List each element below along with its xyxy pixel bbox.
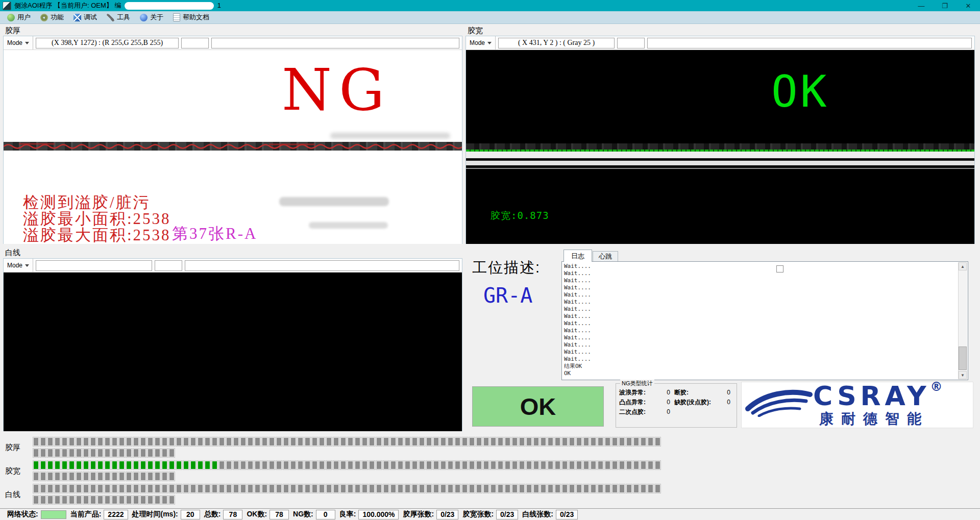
indicator-cell-state <box>98 473 103 480</box>
log-output-box[interactable]: Wait....Wait....Wait....Wait....Wait....… <box>561 261 968 380</box>
indicator-cell <box>390 437 397 447</box>
indicator-cell-state <box>477 438 481 445</box>
indicator-cell-state <box>512 438 517 445</box>
scrollbar-thumb[interactable] <box>959 346 967 370</box>
indicator-cell <box>483 460 489 470</box>
indicator-cell-state <box>205 461 210 469</box>
indicator-cell <box>633 460 640 470</box>
indicator-cell-state <box>69 449 74 457</box>
indicator-cell <box>97 472 104 481</box>
indicator-cell-state <box>262 485 267 492</box>
indicator-cell-state <box>420 461 424 469</box>
indicator-cell <box>426 437 432 447</box>
indicator-cell <box>190 484 197 493</box>
indicator-cell-state <box>448 485 453 492</box>
scroll-up-icon[interactable]: ▲ <box>959 262 967 270</box>
glue-width-image-canvas[interactable]: OK 胶宽:0.873 <box>466 50 974 244</box>
log-checkbox[interactable] <box>776 265 783 273</box>
indicator-cell-state <box>391 438 396 445</box>
indicator-cell-state <box>398 461 403 469</box>
scroll-down-icon[interactable]: ▼ <box>959 371 967 379</box>
menu-item-label: 调试 <box>84 13 97 22</box>
maximize-button[interactable]: ❐ <box>933 0 957 11</box>
indicator-cell <box>383 437 389 447</box>
indicator-cell <box>490 484 497 493</box>
indicator-cell-state <box>520 461 524 469</box>
menu-item-debug[interactable]: 调试 <box>70 11 104 23</box>
menu-item-user[interactable]: 用户 <box>4 11 37 23</box>
indicator-cell <box>454 484 461 493</box>
indicator-cell <box>283 460 289 470</box>
indicator-cell-state <box>48 496 53 504</box>
indicator-rows <box>33 460 661 481</box>
indicator-cell <box>633 484 640 493</box>
indicator-cell-state <box>405 485 410 492</box>
tab-log[interactable]: 日志 <box>564 250 592 262</box>
indicator-cell-state <box>105 438 110 445</box>
indicator-cell <box>569 460 575 470</box>
indicator-cell <box>397 460 404 470</box>
status-value: 0/23 <box>436 510 458 519</box>
indicator-cell-state <box>498 438 503 445</box>
mode-dropdown-glue-width[interactable]: Mode <box>466 36 496 49</box>
minimize-button[interactable]: — <box>910 0 933 11</box>
indicator-cell <box>68 484 75 493</box>
white-line-image-canvas[interactable] <box>4 273 462 431</box>
indicator-cell-state <box>262 461 267 469</box>
indicator-cell <box>654 484 661 493</box>
log-scrollbar[interactable]: ▲ ▼ <box>958 262 967 379</box>
indicator-cell-state <box>612 438 617 445</box>
status-label: 当前产品: <box>70 510 102 519</box>
indicator-cell <box>547 437 554 447</box>
indicator-cell <box>140 484 146 493</box>
indicator-cell-state <box>105 496 110 504</box>
status-value: 0/23 <box>496 510 518 519</box>
indicator-cell-state <box>527 485 531 492</box>
menu-item-help[interactable]: 帮助文档 <box>170 11 216 23</box>
indicator-group-label: 白线 <box>5 489 20 499</box>
indicator-cell-state <box>227 485 231 492</box>
indicator-cell-state <box>41 485 45 492</box>
indicator-cell-state <box>169 438 174 445</box>
indicator-cell <box>483 484 489 493</box>
indicator-cell <box>40 472 46 481</box>
indicator-cell-state <box>341 438 346 445</box>
indicator-cell <box>240 460 247 470</box>
log-line: Wait.... <box>564 320 958 327</box>
close-button[interactable]: ✕ <box>957 0 980 11</box>
menu-item-about[interactable]: 关于 <box>137 11 170 23</box>
indicator-cell <box>461 460 468 470</box>
indicator-cell-state <box>69 438 74 445</box>
indicator-cell <box>61 495 68 505</box>
indicator-cell-state <box>234 461 238 469</box>
menu-item-tools[interactable]: 工具 <box>104 11 137 23</box>
indicator-cell <box>426 460 432 470</box>
indicator-cell <box>654 460 661 470</box>
indicator-cell-state <box>162 473 167 480</box>
overall-result-button[interactable]: OK <box>472 386 604 427</box>
indicator-cell-state <box>312 485 317 492</box>
tab-heartbeat[interactable]: 心跳 <box>593 251 618 262</box>
mode-dropdown-glue-thickness[interactable]: Mode <box>4 36 33 49</box>
user-icon <box>7 14 15 21</box>
indicator-cell-state <box>219 438 224 445</box>
indicator-cell <box>361 437 368 447</box>
mode-dropdown-white-line[interactable]: Mode <box>4 259 33 272</box>
indicator-cell-state <box>455 461 460 469</box>
indicator-cell <box>611 460 618 470</box>
status-label: 处理时间(ms): <box>132 510 178 519</box>
indicator-cell-state <box>548 485 553 492</box>
indicator-cell-state <box>370 485 374 492</box>
help-icon <box>173 13 180 21</box>
indicator-cell <box>318 484 325 493</box>
log-line: Wait.... <box>564 277 958 284</box>
indicator-cell <box>126 460 132 470</box>
menu-item-features[interactable]: 功能 <box>37 11 70 23</box>
glue-thickness-image-canvas[interactable]: NG 检测到溢胶/脏污 溢胶最小面积:2538 溢胶最大面积:2538 第37张… <box>4 50 462 244</box>
indicator-cell-state <box>69 485 74 492</box>
indicator-cell <box>40 460 46 470</box>
indicator-cell <box>154 484 161 493</box>
indicator-cell <box>111 472 118 481</box>
indicator-row <box>33 484 661 493</box>
indicator-cell <box>33 437 39 447</box>
